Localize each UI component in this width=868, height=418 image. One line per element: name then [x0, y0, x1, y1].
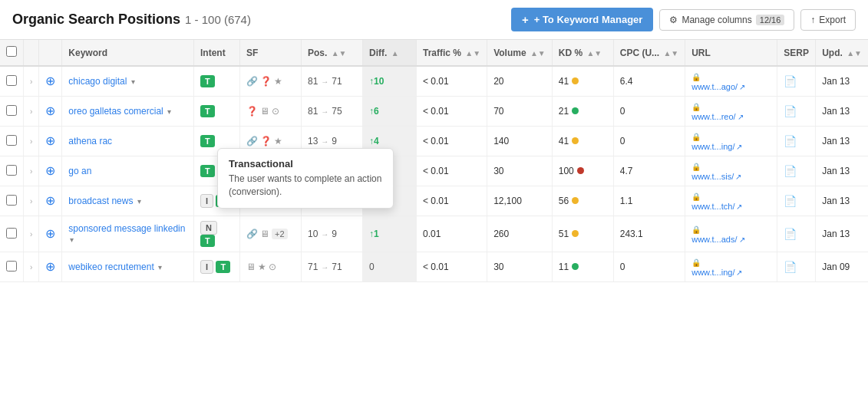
keyword-link[interactable]: go an: [68, 166, 91, 176]
kd-value: 56: [559, 196, 569, 206]
gear-icon: ⚙: [669, 15, 678, 25]
sf-icon: ⊙: [272, 106, 279, 117]
url-link[interactable]: www.t...ads/ ↗: [691, 235, 771, 244]
pos-to: 71: [332, 262, 342, 272]
intent-badge[interactable]: T: [216, 261, 230, 273]
url-link[interactable]: www.t...sis/ ↗: [691, 172, 771, 181]
table-row: ›⊕go anT 🔗❓★35→32↑3< 0.01301004.7🔒www.t.…: [0, 156, 868, 186]
keyword-dropdown-icon[interactable]: ▾: [137, 197, 141, 206]
url-cell: 🔒www.t...ing/ ↗: [685, 127, 777, 156]
diff-cell: ↑4: [362, 127, 416, 156]
expand-icon[interactable]: ›: [30, 137, 32, 146]
upd-sort-icon: ▲▼: [847, 49, 862, 58]
col-header-traffic[interactable]: Traffic % ▲▼: [416, 40, 487, 66]
select-all-checkbox[interactable]: [6, 46, 17, 57]
kd-value: 41: [559, 76, 569, 87]
row-checkbox[interactable]: [6, 75, 17, 86]
row-checkbox[interactable]: [6, 105, 17, 116]
col-header-kd[interactable]: KD % ▲▼: [552, 40, 613, 66]
row-checkbox[interactable]: [6, 195, 17, 206]
keyword-link[interactable]: sponsored message linkedin: [68, 223, 185, 234]
export-button[interactable]: ↑ Export: [800, 9, 856, 31]
intent-badge[interactable]: I: [200, 260, 213, 274]
results-table: Keyword Intent SF Pos. ▲▼ Diff. ▲ Traffi…: [0, 40, 868, 282]
expand-icon[interactable]: ›: [30, 107, 32, 116]
url-link[interactable]: www.t...tch/ ↗: [691, 202, 771, 211]
table-row: ›⊕athena racT TransactionalThe user want…: [0, 127, 868, 156]
pos-cell: 81→71: [301, 66, 362, 97]
serp-icon[interactable]: 📄: [784, 135, 797, 147]
sf-cell: ❓🖥⊙: [239, 97, 301, 127]
serp-icon[interactable]: 📄: [784, 75, 797, 87]
keyword-manager-button[interactable]: + + To Keyword Manager: [511, 8, 653, 31]
add-icon[interactable]: ⊕: [45, 164, 55, 177]
keyword-link[interactable]: chicago digital: [68, 76, 127, 87]
pos-sort-icon: ▲▼: [332, 49, 347, 58]
intent-badge[interactable]: I: [200, 194, 213, 208]
serp-icon[interactable]: 📄: [784, 105, 797, 117]
manage-columns-button[interactable]: ⚙ Manage columns 12/16: [659, 9, 794, 31]
add-icon[interactable]: ⊕: [45, 194, 55, 207]
expand-icon[interactable]: ›: [30, 197, 32, 206]
keyword-dropdown-icon[interactable]: ▾: [131, 77, 135, 86]
external-link-icon: ↗: [736, 268, 742, 277]
serp-icon[interactable]: 📄: [784, 261, 797, 273]
url-link[interactable]: www.t...ing/ ↗: [691, 268, 771, 277]
table-row: ›⊕broadcast news ▾I T 🔗🖥+595→94↑1< 0.011…: [0, 186, 868, 216]
col-header-check[interactable]: [0, 40, 24, 66]
keyword-dropdown-icon[interactable]: ▾: [167, 107, 171, 116]
intent-badge[interactable]: T: [200, 75, 215, 87]
intent-badge[interactable]: N: [200, 221, 217, 235]
expand-icon[interactable]: ›: [30, 230, 32, 239]
serp-icon[interactable]: 📄: [784, 195, 797, 207]
intent-badge[interactable]: T: [200, 105, 215, 117]
pos-from: 71: [308, 262, 318, 272]
expand-icon[interactable]: ›: [30, 263, 32, 272]
col-header-pos[interactable]: Pos. ▲▼: [301, 40, 362, 66]
url-link[interactable]: www.t...ago/ ↗: [691, 82, 771, 91]
add-icon[interactable]: ⊕: [45, 134, 55, 147]
col-header-upd[interactable]: Upd. ▲▼: [816, 40, 868, 66]
expand-icon[interactable]: ›: [30, 167, 32, 176]
row-checkbox[interactable]: [6, 165, 17, 176]
pos-from: 35: [308, 166, 318, 176]
pos-cell: 13→9: [301, 127, 362, 156]
col-header-cpc[interactable]: CPC (U... ▲▼: [613, 40, 685, 66]
expand-icon[interactable]: ›: [30, 77, 32, 86]
kd-value: 41: [559, 136, 569, 146]
pos-to: 9: [332, 229, 337, 239]
cpc-cell: 0: [613, 252, 685, 282]
keyword-link[interactable]: broadcast news: [68, 196, 133, 206]
keyword-link[interactable]: oreo galletas comercial: [68, 106, 163, 117]
col-header-volume[interactable]: Volume ▲▼: [487, 40, 553, 66]
url-link[interactable]: www.t...ing/ ↗: [691, 142, 771, 151]
keyword-dropdown-icon[interactable]: ▾: [158, 263, 162, 272]
row-checkbox[interactable]: [6, 135, 17, 146]
url-cell: 🔒www.t...ing/ ↗: [685, 252, 777, 282]
sf-cell: 🔗❓★: [239, 66, 301, 97]
serp-icon[interactable]: 📄: [784, 165, 797, 177]
add-icon[interactable]: ⊕: [45, 74, 55, 87]
intent-badge[interactable]: T: [200, 165, 215, 177]
keyword-link[interactable]: webikeo recrutement: [68, 262, 153, 272]
row-checkbox[interactable]: [6, 228, 17, 239]
add-icon[interactable]: ⊕: [45, 260, 55, 273]
keyword-link[interactable]: athena rac: [68, 136, 112, 146]
keyword-dropdown-icon[interactable]: ▾: [70, 235, 74, 244]
intent-badge[interactable]: T: [200, 235, 215, 247]
row-add-cell: ⊕: [39, 216, 62, 252]
volume-value: 140: [493, 136, 509, 146]
add-icon[interactable]: ⊕: [45, 227, 55, 240]
header-actions: + + To Keyword Manager ⚙ Manage columns …: [511, 8, 856, 31]
serp-icon[interactable]: 📄: [784, 228, 797, 240]
col-header-diff[interactable]: Diff. ▲: [362, 40, 416, 66]
kd-dot: [572, 197, 579, 204]
url-link[interactable]: www.t...reo/ ↗: [691, 112, 771, 121]
intent-badge[interactable]: T: [200, 135, 215, 147]
diff-value: ↑10: [369, 76, 384, 87]
intent-badge[interactable]: T: [216, 195, 230, 207]
col-header-serp: SERP: [777, 40, 816, 66]
row-checkbox[interactable]: [6, 261, 17, 272]
traffic-cell: < 0.01: [416, 252, 487, 282]
add-icon[interactable]: ⊕: [45, 104, 55, 117]
